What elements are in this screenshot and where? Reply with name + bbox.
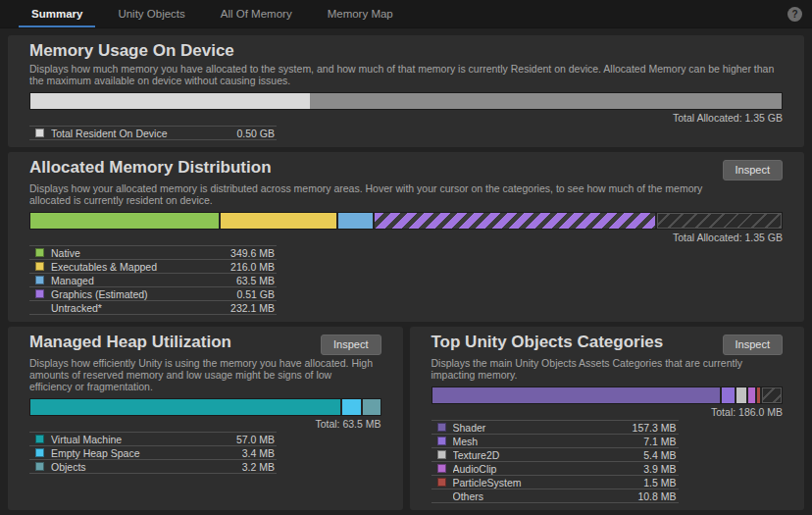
legend-row[interactable]: Graphics (Estimated)0.51 GB [29, 286, 277, 300]
bar-segment-executables-mapped[interactable] [221, 213, 336, 229]
bar-segment-untracked[interactable] [657, 213, 782, 229]
legend-row[interactable]: Objects3.2 MB [29, 459, 277, 473]
top-unity-objects-legend: Shader157.3 MBMesh7.1 MBTexture2D5.4 MBA… [431, 420, 679, 503]
legend-swatch [35, 262, 44, 271]
legend-value: 57.0 MB [236, 434, 277, 445]
managed-heap-bar [29, 398, 381, 416]
legend-value: 3.9 MB [643, 463, 678, 475]
legend-swatch [35, 276, 44, 284]
inspect-button[interactable]: Inspect [723, 160, 783, 180]
tab-summary[interactable]: Summary [14, 0, 100, 27]
legend-label: Mesh [453, 436, 644, 447]
tab-bar: SummaryUnity ObjectsAll Of MemoryMemory … [0, 0, 812, 28]
legend-row[interactable]: Executables & Mapped216.0 MB [29, 259, 277, 273]
panel-top-unity-objects-categories: Top Unity Objects Categories Inspect Dis… [410, 327, 805, 510]
legend-value: 3.4 MB [242, 447, 277, 459]
legend-row[interactable]: Empty Heap Space3.4 MB [29, 445, 277, 459]
legend-swatch [35, 462, 44, 471]
total-label: Total: 186.0 MB [431, 406, 784, 418]
legend-label: Graphics (Estimated) [51, 288, 236, 300]
help-icon[interactable]: ? [787, 7, 802, 22]
panel-title: Allocated Memory Distribution [29, 158, 272, 178]
legend-value: 5.4 MB [643, 449, 678, 461]
legend-value: 349.6 MB [230, 247, 277, 259]
legend-label: Managed [51, 275, 236, 286]
legend-label: Untracked* [51, 302, 230, 314]
legend-row[interactable]: Managed63.5 MB [29, 273, 277, 286]
legend-row[interactable]: Native349.6 MB [29, 245, 277, 259]
legend-value: 1.5 MB [643, 477, 678, 489]
legend-swatch [35, 248, 44, 257]
legend-label: Texture2D [453, 449, 644, 461]
legend-swatch [35, 435, 44, 443]
legend-value: 0.50 GB [236, 128, 277, 139]
tab-memory-map[interactable]: Memory Map [310, 0, 411, 27]
legend-value: 3.2 MB [242, 461, 277, 473]
memory-usage-bar [29, 92, 783, 110]
legend-label: Empty Heap Space [51, 447, 242, 459]
bar-segment-native[interactable] [30, 213, 219, 229]
bar-segment-empty-heap-space[interactable] [342, 399, 361, 415]
panel-description: Displays how your allocated memory is di… [29, 182, 716, 206]
legend-row[interactable]: Total Resident On Device0.50 GB [29, 126, 277, 139]
legend-label: Total Resident On Device [51, 128, 236, 139]
panel-managed-heap-utilization: Managed Heap Utilization Inspect Display… [8, 327, 403, 510]
total-allocated-label: Total Allocated: 1.35 GB [29, 232, 783, 243]
bar-segment-mesh[interactable] [722, 387, 735, 403]
memory-usage-legend: Total Resident On Device0.50 GB [29, 126, 277, 140]
allocated-distribution-legend: Native349.6 MBExecutables & Mapped216.0 … [29, 245, 277, 315]
panel-allocated-memory-distribution: Allocated Memory Distribution Inspect Di… [8, 152, 804, 322]
bar-segment-total-resident[interactable] [30, 93, 310, 109]
legend-value: 216.0 MB [230, 261, 277, 273]
legend-value: 63.5 MB [236, 275, 277, 286]
legend-value: 7.1 MB [643, 436, 678, 447]
legend-label: Shader [453, 422, 633, 434]
managed-heap-legend: Virtual Machine57.0 MBEmpty Heap Space3.… [29, 432, 277, 474]
legend-label: Others [453, 490, 638, 502]
tab-all-of-memory[interactable]: All Of Memory [203, 0, 310, 27]
bar-segment-texture2d[interactable] [736, 387, 746, 403]
legend-row[interactable]: ParticleSystem1.5 MB [431, 475, 679, 489]
total-label: Total: 63.5 MB [29, 418, 381, 430]
legend-label: Native [51, 247, 230, 259]
panel-description: Displays how efficiently Unity is using … [29, 357, 375, 392]
bar-segment-objects[interactable] [363, 399, 381, 415]
legend-row[interactable]: Untracked*232.1 MB [29, 300, 277, 314]
panel-description: Displays how much memory you have alloca… [29, 63, 777, 86]
bar-segment-allocated-remainder[interactable] [310, 93, 782, 109]
legend-row[interactable]: Virtual Machine57.0 MB [29, 432, 277, 445]
legend-label: Executables & Mapped [51, 261, 230, 273]
panel-memory-usage-on-device: Memory Usage On Device Displays how much… [8, 35, 804, 147]
inspect-button[interactable]: Inspect [723, 335, 783, 355]
panel-title: Memory Usage On Device [29, 41, 234, 61]
legend-row[interactable]: Mesh7.1 MB [431, 434, 679, 447]
legend-swatch [35, 448, 44, 457]
legend-row[interactable]: Shader157.3 MB [431, 420, 679, 434]
bar-segment-particlesystem[interactable] [757, 387, 760, 403]
legend-value: 157.3 MB [633, 422, 679, 434]
legend-swatch [437, 423, 446, 432]
bar-segment-shader[interactable] [432, 387, 720, 403]
bar-segment-others[interactable] [762, 387, 782, 403]
bar-segment-audioclip[interactable] [748, 387, 755, 403]
top-unity-objects-bar [431, 386, 784, 404]
legend-value: 10.8 MB [637, 490, 678, 502]
legend-row[interactable]: Texture2D5.4 MB [431, 447, 679, 461]
legend-value: 0.51 GB [236, 288, 277, 300]
total-allocated-label: Total Allocated: 1.35 GB [29, 112, 783, 124]
bar-segment-graphics-estimated[interactable] [375, 213, 656, 229]
allocated-distribution-bar [29, 212, 783, 230]
summary-page: Memory Usage On Device Displays how much… [0, 28, 812, 515]
legend-label: Objects [51, 461, 242, 473]
bar-segment-managed[interactable] [338, 213, 373, 229]
panel-title: Top Unity Objects Categories [431, 333, 664, 352]
bar-segment-virtual-machine[interactable] [30, 399, 340, 415]
panel-title: Managed Heap Utilization [29, 333, 231, 352]
legend-label: ParticleSystem [453, 477, 644, 489]
tab-unity-objects[interactable]: Unity Objects [100, 0, 202, 27]
legend-row[interactable]: AudioClip3.9 MB [431, 461, 679, 475]
legend-swatch-empty [437, 491, 446, 500]
legend-label: Virtual Machine [51, 434, 236, 445]
legend-row[interactable]: Others10.8 MB [431, 489, 679, 502]
inspect-button[interactable]: Inspect [321, 335, 381, 355]
